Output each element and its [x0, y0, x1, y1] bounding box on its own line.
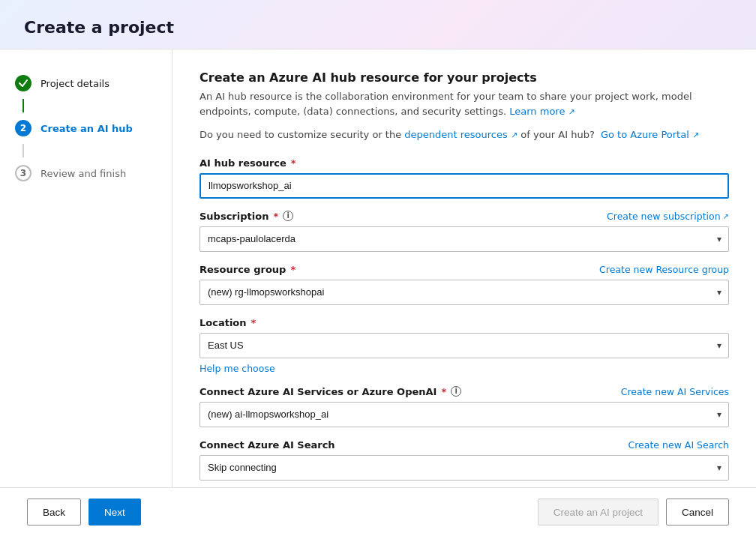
subscription-select[interactable]: mcaps-paulolacerda — [200, 226, 729, 252]
sidebar-item-project-details: Project details — [0, 67, 172, 99]
subscription-row-header: Subscription * i Create new subscription… — [200, 211, 729, 222]
page-header: Create a project — [0, 0, 756, 49]
create-ai-search-link[interactable]: Create new AI Search — [628, 439, 729, 451]
subscription-info-icon[interactable]: i — [283, 211, 293, 221]
subscription-select-wrapper: mcaps-paulolacerda ▾ — [200, 226, 729, 252]
page-title: Create a project — [24, 18, 732, 37]
create-subscription-link[interactable]: Create new subscription ↗ — [607, 211, 729, 222]
step-label-3: Review and finish — [40, 168, 126, 179]
azure-portal-link[interactable]: Go to Azure Portal ↗ — [601, 129, 699, 140]
help-me-choose-link[interactable]: Help me choose — [200, 363, 275, 374]
create-ai-project-button: Create an AI project — [538, 499, 658, 526]
resource-group-label: Resource group * — [200, 264, 296, 275]
section-description: An AI hub resource is the collaboration … — [200, 89, 729, 118]
required-indicator-sub: * — [273, 211, 278, 222]
location-row-header: Location * — [200, 317, 729, 328]
step-connector-1 — [22, 99, 24, 112]
footer: Back Next Create an AI project Cancel — [0, 487, 756, 536]
resource-group-field: Resource group * Create new Resource gro… — [200, 264, 729, 305]
location-select[interactable]: East US — [200, 333, 729, 358]
ext-icon-sub: ↗ — [723, 212, 729, 220]
main-layout: Project details 2 Create an AI hub 3 Rev… — [0, 49, 756, 487]
ai-search-label: Connect Azure AI Search — [200, 439, 335, 451]
ai-search-select[interactable]: Skip connecting — [200, 455, 729, 481]
dependent-resources-link[interactable]: dependent resources ↗ — [404, 129, 520, 140]
ai-services-select-wrapper: (new) ai-llmopsworkshop_ai ▾ — [200, 402, 729, 427]
ai-search-row-header: Connect Azure AI Search Create new AI Se… — [200, 439, 729, 451]
required-indicator: * — [291, 157, 296, 169]
ai-hub-resource-label: AI hub resource * — [200, 157, 729, 169]
ai-search-select-wrapper: Skip connecting ▾ — [200, 455, 729, 481]
subscription-label: Subscription * i — [200, 211, 293, 222]
ai-services-select[interactable]: (new) ai-llmopsworkshop_ai — [200, 402, 729, 427]
step-label-2: Create an AI hub — [40, 123, 133, 134]
ai-services-info-icon[interactable]: i — [451, 386, 461, 397]
step-circle-1 — [15, 75, 32, 91]
step-circle-2: 2 — [15, 120, 32, 136]
sidebar: Project details 2 Create an AI hub 3 Rev… — [0, 49, 172, 487]
sidebar-item-create-hub: 2 Create an AI hub — [0, 112, 172, 144]
create-resource-group-link[interactable]: Create new Resource group — [599, 264, 729, 275]
ai-search-field: Connect Azure AI Search Create new AI Se… — [200, 439, 729, 481]
ai-services-label: Connect Azure AI Services or Azure OpenA… — [200, 386, 461, 397]
resource-group-select-wrapper: (new) rg-llmopsworkshopai ▾ — [200, 280, 729, 305]
sidebar-item-review-finish: 3 Review and finish — [0, 157, 172, 189]
create-ai-services-link[interactable]: Create new AI Services — [621, 386, 729, 397]
ext-icon-dep: ↗ — [511, 130, 518, 140]
section-title: Create an Azure AI hub resource for your… — [200, 70, 729, 85]
learn-more-link[interactable]: Learn more ↗ — [509, 106, 575, 117]
step-circle-3: 3 — [15, 165, 32, 181]
external-link-icon: ↗ — [568, 107, 575, 117]
subscription-field: Subscription * i Create new subscription… — [200, 211, 729, 252]
content-area: Create an Azure AI hub resource for your… — [172, 49, 756, 487]
ai-services-row-header: Connect Azure AI Services or Azure OpenA… — [200, 386, 729, 397]
location-label: Location * — [200, 317, 256, 328]
required-indicator-loc: * — [251, 317, 256, 328]
required-indicator-ais: * — [441, 386, 446, 397]
step-connector-2 — [22, 144, 24, 157]
cancel-button[interactable]: Cancel — [666, 499, 729, 526]
step-label-1: Project details — [40, 78, 110, 89]
location-field: Location * East US ▾ Help me choose — [200, 317, 729, 374]
ai-services-field: Connect Azure AI Services or Azure OpenA… — [200, 386, 729, 427]
ext-icon-portal: ↗ — [692, 130, 699, 140]
ai-hub-resource-input[interactable] — [200, 173, 729, 199]
ai-hub-resource-field: AI hub resource * — [200, 157, 729, 199]
location-select-wrapper: East US ▾ — [200, 333, 729, 358]
dependent-note: Do you need to customize security or the… — [200, 127, 729, 142]
next-button[interactable]: Next — [88, 499, 141, 526]
required-indicator-rg: * — [290, 264, 296, 275]
back-button[interactable]: Back — [27, 499, 81, 526]
resource-group-row-header: Resource group * Create new Resource gro… — [200, 264, 729, 275]
resource-group-select[interactable]: (new) rg-llmopsworkshopai — [200, 280, 729, 305]
